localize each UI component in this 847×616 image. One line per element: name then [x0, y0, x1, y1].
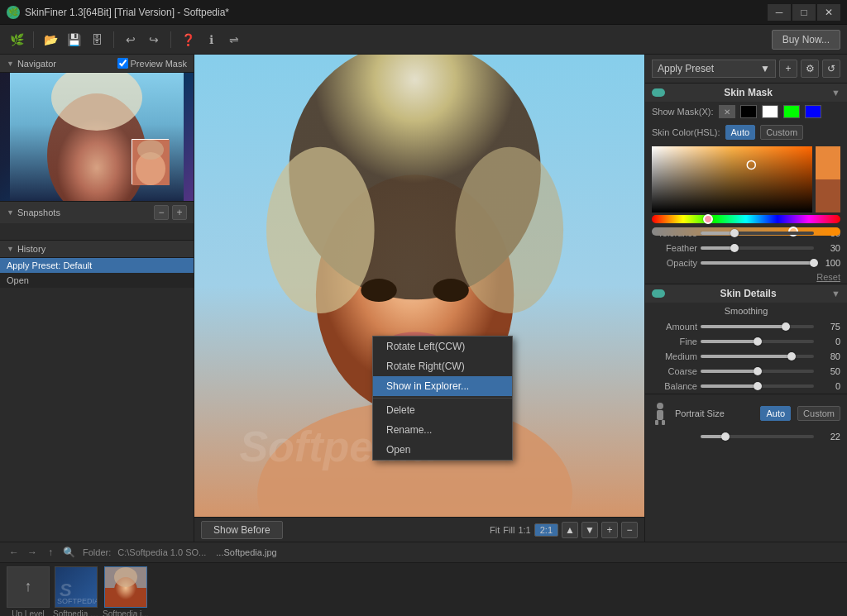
tolerance-slider-track[interactable]	[701, 232, 814, 235]
portrait-custom-button[interactable]: Custom	[797, 406, 840, 421]
snapshots-add-button[interactable]: +	[172, 205, 187, 220]
fine-slider-track[interactable]	[701, 340, 814, 343]
thumb-item-softpedia-t[interactable]: S SOFTPEDIA Softpedia t...	[53, 566, 99, 617]
minimize-button[interactable]: ─	[768, 4, 791, 21]
skin-mask-toggle[interactable]	[652, 88, 665, 97]
portrait-person-icon	[652, 401, 668, 426]
ctx-rotate-right[interactable]: Rotate Right(CW)	[373, 356, 512, 376]
browser-back-button[interactable]: ←	[7, 545, 22, 560]
portrait-size-slider-thumb[interactable]	[721, 432, 730, 441]
feather-value: 30	[817, 243, 840, 253]
zoom-minus-button[interactable]: −	[621, 522, 638, 538]
thumb-item-up-level[interactable]: ↑ Up Level	[7, 566, 50, 617]
history-item-apply-preset[interactable]: Apply Preset: Default	[0, 258, 194, 273]
coarse-slider-thumb[interactable]	[754, 367, 762, 375]
portrait-size-slider-track[interactable]	[701, 435, 814, 438]
preset-more-button[interactable]: ↺	[822, 60, 840, 78]
zoom-down-button[interactable]: ▼	[581, 522, 598, 538]
titlebar-controls[interactable]: ─ □ ✕	[768, 4, 840, 21]
open-file-icon[interactable]: 📂	[41, 30, 60, 50]
ctx-open[interactable]: Open	[373, 440, 512, 460]
tolerance-slider-thumb[interactable]	[730, 229, 739, 237]
undo-icon[interactable]: ↩	[121, 30, 141, 50]
feather-slider-track[interactable]	[701, 246, 814, 250]
browser-filename-text: ...Softpedia.jpg	[216, 547, 276, 557]
hue-slider-thumb[interactable]	[703, 214, 713, 224]
snapshots-remove-button[interactable]: −	[154, 205, 169, 220]
skin-color-label: Skin Color(HSL):	[652, 127, 720, 137]
browser-path-text: C:\Softpedia 1.0 SO...	[117, 547, 206, 557]
compare-icon[interactable]: ⇌	[224, 30, 244, 50]
show-before-button[interactable]: Show Before	[201, 521, 283, 539]
help-icon[interactable]: ❓	[178, 30, 198, 50]
browser-up-button[interactable]: ↑	[43, 545, 58, 560]
color-original-swatch[interactable]	[816, 179, 840, 212]
hue-slider-track[interactable]	[652, 215, 840, 223]
balance-label: Balance	[652, 381, 697, 391]
medium-slider-track[interactable]	[701, 355, 814, 358]
balance-slider-track[interactable]	[701, 384, 814, 388]
coarse-slider-track[interactable]	[701, 370, 814, 373]
close-button[interactable]: ✕	[817, 4, 840, 21]
zoom-plus-button[interactable]: +	[601, 522, 618, 538]
auto-hsl-button[interactable]: Auto	[725, 125, 756, 140]
toolbar: 🌿 📂 💾 🗄 ↩ ↪ ❓ ℹ ⇌ Buy Now...	[0, 25, 847, 55]
amount-slider-track[interactable]	[701, 325, 814, 328]
mask-swatch-blue[interactable]	[805, 105, 821, 118]
canvas-area: Softpedia Rotate Left(CCW) Rotate Right(…	[194, 55, 644, 542]
medium-value: 80	[817, 351, 840, 361]
snapshots-panel: ▼ Snapshots − +	[0, 201, 194, 240]
preset-settings-button[interactable]: ⚙	[801, 60, 819, 78]
fine-slider-thumb[interactable]	[754, 337, 762, 346]
redo-icon[interactable]: ↪	[144, 30, 164, 50]
portrait-auto-button[interactable]: Auto	[760, 406, 791, 421]
color-gradient-main[interactable]	[652, 146, 812, 212]
buy-now-button[interactable]: Buy Now...	[772, 30, 840, 50]
opacity-slider-thumb[interactable]	[810, 259, 818, 267]
browser-search-icon[interactable]: 🔍	[61, 545, 76, 560]
save-icon[interactable]: 💾	[64, 30, 84, 50]
ctx-rename[interactable]: Rename...	[373, 420, 512, 440]
balance-slider-thumb[interactable]	[754, 382, 762, 390]
zoom-up-button[interactable]: ▲	[562, 522, 578, 538]
info-icon[interactable]: ℹ	[201, 30, 221, 50]
history-item-open[interactable]: Open	[0, 273, 194, 288]
thumb-item-softpedia-j[interactable]: Softpedia j...	[103, 566, 149, 617]
apply-preset-dropdown[interactable]: Apply Preset ▼	[652, 60, 776, 78]
preset-bar: Apply Preset ▼ + ⚙ ↺	[645, 55, 847, 84]
feather-slider-thumb[interactable]	[730, 244, 739, 252]
maximize-button[interactable]: □	[792, 4, 816, 21]
color-picker[interactable]	[645, 143, 847, 226]
mask-swatch-white[interactable]	[762, 105, 778, 118]
thumb-blue-svg: S SOFTPEDIA	[55, 567, 97, 607]
skin-mask-collapse-icon: ▼	[831, 88, 840, 98]
ctx-delete[interactable]: Delete	[373, 400, 512, 420]
canvas-image[interactable]: Softpedia Rotate Left(CCW) Rotate Right(…	[194, 55, 644, 517]
mask-swatch-green[interactable]	[783, 105, 800, 118]
ctx-rotate-left[interactable]: Rotate Left(CCW)	[373, 337, 512, 356]
save-as-icon[interactable]: 🗄	[87, 30, 107, 50]
preview-mask-checkbox-label[interactable]: Preview Mask	[117, 58, 187, 69]
preset-add-button[interactable]: +	[779, 60, 797, 78]
zoom-fill-label[interactable]: Fill	[503, 525, 514, 535]
preview-mask-checkbox[interactable]	[117, 58, 128, 69]
browser-forward-button[interactable]: →	[25, 545, 40, 560]
color-current-swatch[interactable]	[816, 146, 840, 179]
zoom-1-1-label[interactable]: 1:1	[518, 525, 530, 535]
skin-details-toggle[interactable]	[652, 289, 665, 298]
medium-slider-thumb[interactable]	[787, 352, 796, 361]
coarse-value: 50	[817, 366, 840, 376]
hue-slider-row[interactable]	[652, 212, 840, 226]
custom-hsl-button[interactable]: Custom	[760, 125, 803, 140]
reset-button[interactable]: Reset	[816, 272, 840, 282]
mask-swatch-black[interactable]	[740, 105, 757, 118]
svg-rect-22	[655, 420, 658, 425]
opacity-slider-track[interactable]	[701, 261, 814, 265]
zoom-2-1-value[interactable]: 2:1	[534, 523, 558, 537]
mask-x-icon[interactable]: ✕	[719, 105, 735, 118]
show-mask-label: Show Mask(X):	[652, 107, 714, 117]
amount-slider-thumb[interactable]	[782, 322, 790, 331]
ctx-show-in-explorer[interactable]: Show in Explorer...	[373, 376, 512, 396]
nav-thumb-svg	[132, 140, 170, 185]
zoom-fit-label[interactable]: Fit	[490, 525, 500, 535]
